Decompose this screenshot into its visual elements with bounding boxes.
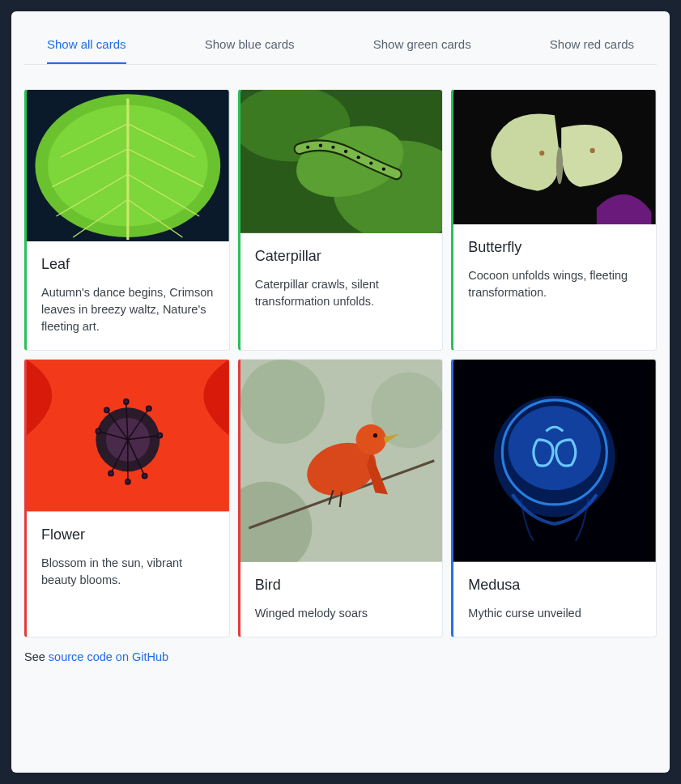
card-body: Caterpillar Caterpillar crawls, silent t…	[240, 233, 443, 325]
butterfly-image	[453, 90, 656, 224]
source-link[interactable]: source code on GitHub	[49, 650, 168, 663]
svg-point-48	[240, 360, 325, 444]
svg-point-24	[539, 151, 544, 156]
flower-image	[27, 360, 229, 511]
svg-point-22	[381, 168, 385, 171]
tabs-container: Show all cards Show blue cards Show gree…	[24, 24, 657, 65]
leaf-image	[27, 90, 229, 241]
card-title: Butterfly	[468, 239, 641, 256]
svg-point-60	[509, 406, 601, 490]
card-medusa[interactable]: Medusa Mythic curse unveiled	[451, 359, 657, 637]
svg-point-17	[318, 144, 321, 147]
svg-point-53	[355, 424, 385, 454]
svg-point-19	[344, 150, 347, 153]
svg-point-34	[147, 406, 151, 411]
svg-point-54	[373, 433, 377, 437]
card-butterfly[interactable]: Butterfly Cocoon unfolds wings, fleeting…	[451, 89, 657, 351]
card-title: Bird	[255, 577, 428, 594]
tab-show-red[interactable]: Show red cards	[550, 24, 634, 64]
card-description: Cocoon unfolds wings, fleeting transform…	[468, 267, 641, 301]
tab-show-green[interactable]: Show green cards	[373, 24, 471, 64]
card-caterpillar[interactable]: Caterpillar Caterpillar crawls, silent t…	[238, 89, 444, 351]
card-bird[interactable]: Bird Winged melody soars	[238, 359, 444, 637]
main-panel: Show all cards Show blue cards Show gree…	[11, 11, 670, 773]
card-description: Caterpillar crawls, silent transformatio…	[255, 276, 428, 310]
tab-show-blue[interactable]: Show blue cards	[205, 24, 295, 64]
svg-point-32	[104, 408, 109, 413]
svg-point-16	[306, 146, 309, 149]
svg-point-42	[143, 474, 147, 479]
svg-point-18	[331, 146, 334, 149]
card-leaf[interactable]: Leaf Autumn's dance begins, Crimson leav…	[24, 89, 230, 351]
card-body: Flower Blossom in the sun, vibrant beaut…	[27, 512, 229, 603]
card-body: Bird Winged melody soars	[240, 562, 443, 637]
svg-point-26	[556, 147, 563, 185]
card-description: Autumn's dance begins, Crimson leaves in…	[41, 284, 215, 335]
card-title: Leaf	[41, 256, 215, 273]
tab-show-all[interactable]: Show all cards	[47, 24, 126, 64]
footer-text: See source code on GitHub	[24, 650, 657, 663]
card-title: Caterpillar	[255, 248, 428, 265]
caterpillar-image	[240, 90, 443, 233]
card-description: Blossom in the sun, vibrant beauty bloom…	[41, 555, 215, 589]
svg-point-44	[126, 479, 130, 484]
svg-point-20	[356, 156, 360, 159]
cards-grid: Leaf Autumn's dance begins, Crimson leav…	[24, 89, 657, 637]
svg-point-25	[590, 148, 595, 153]
card-flower[interactable]: Flower Blossom in the sun, vibrant beaut…	[24, 359, 230, 637]
svg-point-46	[124, 399, 129, 404]
svg-point-38	[157, 433, 162, 438]
bird-image	[240, 360, 443, 562]
card-title: Flower	[41, 526, 215, 543]
svg-point-21	[369, 161, 372, 164]
card-description: Winged melody soars	[255, 605, 428, 622]
card-body: Medusa Mythic curse unveiled	[453, 562, 656, 637]
svg-point-40	[109, 471, 113, 476]
svg-point-36	[96, 429, 100, 434]
card-body: Butterfly Cocoon unfolds wings, fleeting…	[453, 224, 656, 316]
card-body: Leaf Autumn's dance begins, Crimson leav…	[27, 241, 229, 350]
card-title: Medusa	[468, 577, 641, 594]
medusa-image	[453, 360, 656, 562]
card-description: Mythic curse unveiled	[468, 605, 641, 622]
footer-prefix: See	[24, 650, 49, 663]
